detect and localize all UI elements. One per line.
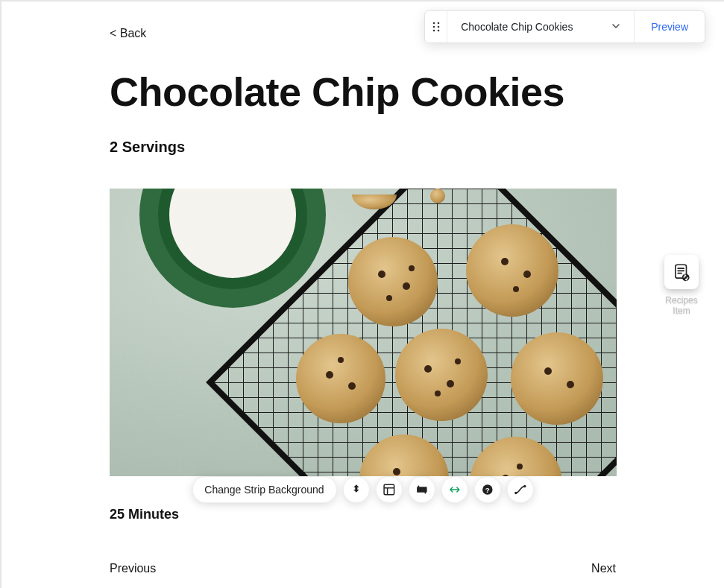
animation-button[interactable] bbox=[343, 476, 370, 503]
prep-time-text: 25 Minutes bbox=[110, 507, 179, 522]
change-strip-background-button[interactable]: Change Strip Background bbox=[192, 476, 336, 503]
dynamic-page-chip[interactable]: Recipes Item bbox=[663, 255, 700, 317]
svg-point-20 bbox=[501, 258, 509, 265]
svg-point-33 bbox=[544, 367, 552, 375]
strip-toolbar: Change Strip Background ? bbox=[192, 476, 533, 503]
dynamic-page-chip-icon-box bbox=[664, 255, 699, 289]
svg-point-30 bbox=[455, 358, 461, 364]
servings-text: 2 Servings bbox=[110, 139, 616, 156]
svg-point-15 bbox=[378, 271, 385, 278]
editor-canvas: Chocolate Chip Cookies Preview < Back Ch… bbox=[1, 1, 724, 588]
svg-text:?: ? bbox=[485, 486, 490, 494]
stretch-icon bbox=[448, 483, 462, 496]
svg-point-28 bbox=[424, 365, 432, 373]
svg-point-17 bbox=[386, 295, 392, 301]
svg-point-25 bbox=[348, 382, 356, 390]
next-link[interactable]: Next bbox=[591, 562, 616, 575]
svg-point-50 bbox=[682, 274, 690, 281]
help-button[interactable]: ? bbox=[474, 476, 501, 503]
cookies-photo bbox=[110, 189, 617, 476]
layout-icon bbox=[383, 483, 396, 496]
svg-point-16 bbox=[403, 282, 410, 290]
svg-point-42 bbox=[430, 189, 445, 203]
svg-rect-44 bbox=[417, 487, 427, 493]
svg-rect-43 bbox=[384, 484, 394, 495]
svg-point-22 bbox=[513, 286, 519, 292]
svg-point-41 bbox=[517, 464, 523, 470]
svg-point-32 bbox=[511, 332, 603, 425]
recipes-item-icon bbox=[672, 262, 691, 282]
svg-point-29 bbox=[447, 380, 454, 388]
crop-icon bbox=[415, 483, 429, 496]
page-title: Chocolate Chip Cookies bbox=[110, 69, 616, 115]
help-icon: ? bbox=[481, 483, 494, 496]
svg-point-26 bbox=[338, 357, 344, 363]
preview-button[interactable]: Preview bbox=[634, 11, 705, 42]
svg-point-34 bbox=[567, 381, 574, 388]
svg-point-21 bbox=[523, 271, 531, 278]
crop-button[interactable] bbox=[409, 476, 435, 503]
svg-point-27 bbox=[395, 329, 488, 421]
svg-point-18 bbox=[409, 265, 415, 271]
svg-point-47 bbox=[514, 492, 517, 494]
svg-point-31 bbox=[435, 391, 441, 396]
svg-point-24 bbox=[326, 371, 333, 379]
svg-point-1 bbox=[437, 22, 439, 25]
animation-icon bbox=[350, 483, 363, 496]
recipe-hero-image[interactable] bbox=[110, 189, 617, 476]
more-button[interactable] bbox=[507, 476, 534, 503]
stretch-button[interactable] bbox=[441, 476, 468, 503]
svg-point-48 bbox=[523, 485, 526, 487]
svg-point-36 bbox=[393, 468, 400, 475]
svg-point-0 bbox=[432, 22, 435, 25]
page-content: < Back Chocolate Chip Cookies 2 Servings bbox=[110, 27, 616, 156]
back-link[interactable]: < Back bbox=[110, 27, 616, 40]
svg-point-14 bbox=[348, 237, 438, 326]
preview-label: Preview bbox=[651, 21, 688, 33]
dynamic-page-chip-label: Recipes Item bbox=[663, 295, 700, 317]
curve-icon bbox=[514, 483, 527, 496]
svg-point-19 bbox=[466, 224, 558, 317]
svg-point-23 bbox=[296, 334, 385, 423]
previous-link[interactable]: Previous bbox=[110, 562, 156, 575]
layout-button[interactable] bbox=[376, 476, 403, 503]
